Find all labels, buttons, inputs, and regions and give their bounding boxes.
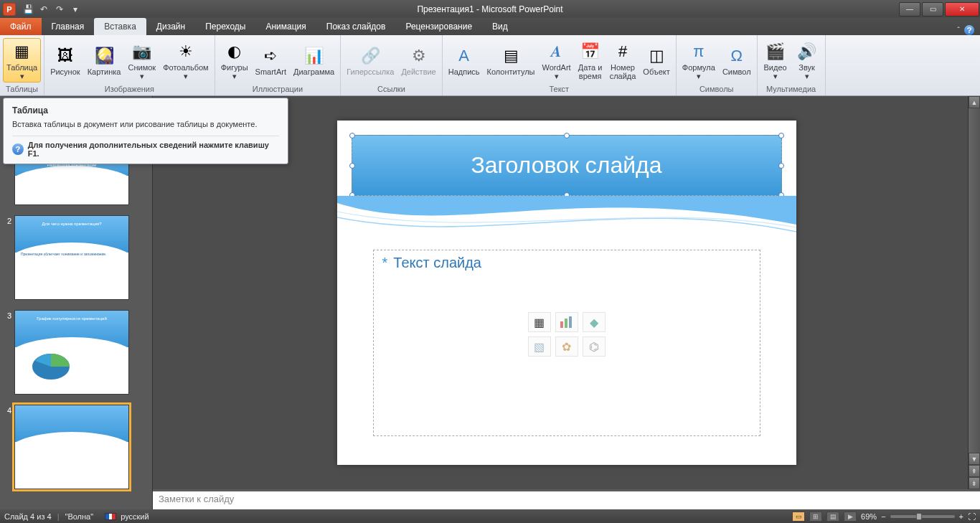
notes-pane[interactable]: Заметки к слайду bbox=[153, 489, 980, 509]
ribbon-group-label: Мультимедиа bbox=[760, 83, 822, 95]
slide-thumbnail[interactable]: Для чего нужна презентация?Презентация о… bbox=[14, 215, 129, 300]
file-tab[interactable]: Файл bbox=[0, 18, 42, 35]
maximize-button[interactable]: ▭ bbox=[922, 2, 943, 17]
tab-вставка[interactable]: Вставка bbox=[94, 18, 146, 35]
таблица-button[interactable]: ▦Таблица ▾ bbox=[3, 38, 41, 83]
гиперссылка-icon: 🔗 bbox=[359, 44, 382, 67]
диаграмма-button[interactable]: 📊Диаграмма bbox=[291, 43, 337, 77]
sorter-view-button[interactable]: ⊞ bbox=[809, 512, 822, 522]
видео-button[interactable]: 🎬Видео ▾ bbox=[760, 39, 791, 82]
insert-picture-icon[interactable]: ▧ bbox=[528, 336, 551, 357]
insert-chart-icon[interactable] bbox=[555, 312, 578, 332]
zoom-out-button[interactable]: − bbox=[881, 512, 885, 521]
фигуры-button[interactable]: ◐Фигуры ▾ bbox=[218, 39, 251, 82]
ribbon-button-label: Снимок ▾ bbox=[128, 63, 156, 80]
titlebar: P 💾 ↶ ↷ ▾ Презентация1 - Microsoft Power… bbox=[0, 0, 980, 18]
tab-рецензирование[interactable]: Рецензирование bbox=[395, 18, 482, 35]
tab-дизайн[interactable]: Дизайн bbox=[146, 18, 195, 35]
zoom-slider[interactable] bbox=[890, 515, 955, 518]
scroll-down-icon[interactable]: ▼ bbox=[969, 453, 980, 465]
next-slide-icon[interactable]: ⇟ bbox=[969, 477, 980, 489]
снимок-icon: 📷 bbox=[131, 40, 154, 63]
объект-button[interactable]: ◫Объект bbox=[640, 43, 672, 77]
колонтитулы-button[interactable]: ▤Колонтитулы bbox=[484, 43, 538, 77]
гиперссылка-button: 🔗Гиперссылка bbox=[344, 43, 397, 77]
дата и-button[interactable]: 📅Дата и время bbox=[575, 39, 606, 82]
help-icon[interactable]: ? bbox=[964, 25, 974, 35]
insert-media-icon[interactable]: ⌬ bbox=[583, 336, 606, 357]
slide-thumbnail[interactable]: График популярности презентаций bbox=[14, 310, 129, 395]
status-slide-position: Слайд 4 из 4 bbox=[4, 512, 52, 521]
ribbon-button-label: Номер слайда bbox=[610, 63, 636, 80]
колонтитулы-icon: ▤ bbox=[499, 44, 522, 67]
zoom-in-button[interactable]: + bbox=[959, 512, 963, 521]
fit-window-button[interactable]: ⛶ bbox=[968, 512, 976, 521]
insert-table-icon[interactable]: ▦ bbox=[528, 312, 551, 332]
номер-icon: # bbox=[611, 40, 634, 63]
status-language[interactable]: русский bbox=[121, 512, 149, 521]
ribbon-button-label: Действие bbox=[401, 67, 435, 76]
save-icon[interactable]: 💾 bbox=[22, 3, 34, 16]
wordart-button[interactable]: 𝑨WordArt ▾ bbox=[540, 39, 574, 82]
thumbnail-number: 3 bbox=[3, 310, 14, 320]
scroll-up-icon[interactable]: ▲ bbox=[969, 96, 980, 108]
tab-вид[interactable]: Вид bbox=[482, 18, 518, 35]
рисунок-button[interactable]: 🖼Рисунок bbox=[47, 43, 83, 77]
ribbon-minimize-icon[interactable]: ˆ bbox=[957, 26, 960, 34]
minimize-button[interactable]: — bbox=[899, 2, 920, 17]
ribbon-tabs: Файл ГлавнаяВставкаДизайнПереходыАнимаци… bbox=[0, 18, 980, 35]
statusbar: Слайд 4 из 4 | "Волна" русский ▭ ⊞ ▤ ▶ 6… bbox=[0, 509, 980, 523]
vertical-scrollbar[interactable]: ▲ ▼ ⇞ ⇟ bbox=[968, 96, 980, 489]
qat-dropdown-icon[interactable]: ▾ bbox=[69, 3, 82, 16]
ribbon-group-label: Таблицы bbox=[3, 83, 41, 95]
close-button[interactable]: ✕ bbox=[945, 2, 979, 17]
ribbon-button-label: Диаграмма bbox=[293, 67, 334, 76]
help-icon: ? bbox=[12, 143, 24, 155]
рисунок-icon: 🖼 bbox=[54, 44, 77, 67]
таблица-icon: ▦ bbox=[11, 40, 34, 63]
символ-button[interactable]: ΩСимвол bbox=[720, 43, 754, 77]
slideshow-view-button[interactable]: ▶ bbox=[844, 512, 857, 522]
zoom-level[interactable]: 69% bbox=[861, 512, 877, 521]
slide-body-placeholder[interactable]: Текст слайда ▦ ◆ ▧ ✿ ⌬ bbox=[373, 250, 760, 436]
reading-view-button[interactable]: ▤ bbox=[826, 512, 839, 522]
ribbon-button-label: Видео ▾ bbox=[764, 63, 787, 80]
tab-показ слайдов[interactable]: Показ слайдов bbox=[316, 18, 396, 35]
status-right: ▭ ⊞ ▤ ▶ 69% − + ⛶ bbox=[792, 512, 976, 522]
language-flag-icon[interactable] bbox=[105, 513, 116, 520]
app-icon[interactable]: P bbox=[3, 3, 16, 16]
tab-анимация[interactable]: Анимация bbox=[255, 18, 316, 35]
smartart-button[interactable]: ➪SmartArt bbox=[253, 43, 289, 77]
undo-icon[interactable]: ↶ bbox=[37, 3, 50, 16]
ribbon-button-label: Объект bbox=[643, 67, 669, 76]
insert-smartart-icon[interactable]: ◆ bbox=[583, 312, 606, 332]
slide-thumbnail[interactable] bbox=[14, 405, 129, 489]
ribbon-right: ˆ ? bbox=[957, 25, 980, 35]
звук-button[interactable]: 🔊Звук ▾ bbox=[792, 39, 822, 82]
insert-clipart-icon[interactable]: ✿ bbox=[555, 336, 578, 357]
redo-icon[interactable]: ↷ bbox=[53, 3, 66, 16]
формула-button[interactable]: πФормула ▾ bbox=[679, 39, 718, 82]
снимок-button[interactable]: 📷Снимок ▾ bbox=[125, 39, 159, 82]
thumbnail-number: 2 bbox=[3, 215, 14, 225]
ribbon-button-label: Формула ▾ bbox=[682, 63, 715, 80]
картинка-button[interactable]: 🎑Картинка bbox=[85, 43, 124, 77]
ribbon-group-мультимедиа: 🎬Видео ▾🔊Звук ▾Мультимедиа bbox=[758, 35, 826, 95]
slide-title-text: Заголовок слайда bbox=[471, 152, 661, 179]
quick-access-toolbar: 💾 ↶ ↷ ▾ bbox=[22, 3, 82, 16]
фотоальбом-button[interactable]: ☀Фотоальбом ▾ bbox=[160, 39, 212, 82]
ribbon-group-символы: πФормула ▾ΩСимволСимволы bbox=[677, 35, 758, 95]
ribbon-group-label: Изображения bbox=[47, 83, 212, 95]
tooltip: Таблица Вставка таблицы в документ или р… bbox=[3, 98, 288, 164]
zoom-slider-thumb[interactable] bbox=[916, 513, 922, 520]
номер-button[interactable]: #Номер слайда bbox=[607, 39, 639, 82]
prev-slide-icon[interactable]: ⇞ bbox=[969, 465, 980, 477]
надпись-button[interactable]: AНадпись bbox=[446, 43, 483, 77]
tab-переходы[interactable]: Переходы bbox=[195, 18, 255, 35]
tab-главная[interactable]: Главная bbox=[42, 18, 95, 35]
ribbon-group-label: Ссылки bbox=[344, 83, 439, 95]
normal-view-button[interactable]: ▭ bbox=[792, 512, 805, 522]
slide-title-placeholder[interactable]: Заголовок слайда bbox=[352, 135, 782, 196]
ribbon-button-label: WordArt ▾ bbox=[542, 63, 571, 80]
картинка-icon: 🎑 bbox=[93, 44, 116, 67]
